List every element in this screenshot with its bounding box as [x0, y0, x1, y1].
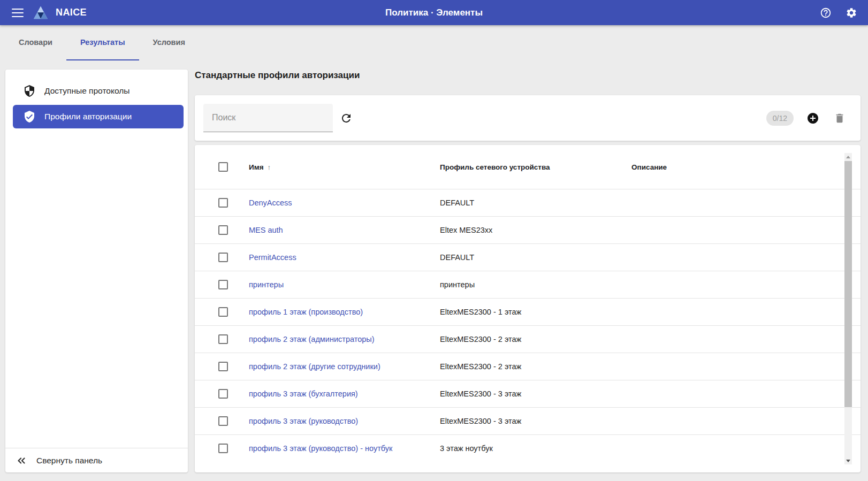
row-checkbox[interactable]	[218, 444, 228, 453]
table-row: профиль 3 этаж (бухгалтерия) EltexMES230…	[195, 380, 861, 407]
tab-usloviya[interactable]: Условия	[139, 25, 199, 60]
tabs-bar: Словари Результаты Условия	[0, 25, 868, 60]
row-name-link[interactable]: профиль 2 этаж (другие сотрудники)	[249, 362, 380, 371]
app-window: NAICE Политика · Элементы Словари Резуль…	[0, 0, 868, 481]
row-checkbox[interactable]	[218, 389, 228, 399]
refresh-icon[interactable]	[340, 112, 353, 125]
app-name: NAICE	[56, 7, 87, 18]
row-name-link[interactable]: профиль 3 этаж (руководство) - ноутбук	[249, 444, 392, 453]
sidebar-item-authorization-profiles[interactable]: Профили авторизации	[13, 105, 184, 128]
column-header-device-profile[interactable]: Профиль сетевого устройства	[440, 163, 631, 171]
tab-slovari[interactable]: Словари	[5, 25, 66, 60]
table-scrollbar[interactable]	[844, 153, 852, 464]
main-panel: Стандартные профили авторизации 0/12	[195, 70, 861, 472]
tab-rezultaty[interactable]: Результаты	[66, 25, 139, 60]
row-name-link[interactable]: принтеры	[249, 280, 284, 289]
sidebar: Доступные протоколы Профили авторизации …	[5, 70, 188, 472]
row-checkbox[interactable]	[218, 307, 228, 317]
sidebar-item-available-protocols[interactable]: Доступные протоколы	[13, 79, 184, 103]
row-checkbox[interactable]	[218, 334, 228, 344]
selection-count-badge: 0/12	[766, 111, 794, 126]
row-name-link[interactable]: профиль 1 этаж (производство)	[249, 308, 363, 316]
sort-ascending-icon[interactable]: ↑	[268, 163, 271, 171]
row-name-link[interactable]: профиль 3 этаж (руководство)	[249, 417, 358, 425]
table-row: профиль 1 этаж (производство) EltexMES23…	[195, 298, 861, 325]
sidebar-item-label: Доступные протоколы	[44, 86, 130, 96]
table-row: профиль 3 этаж (руководство) - ноутбук 3…	[195, 434, 861, 462]
row-device-profile: 3 этаж ноутбук	[440, 444, 631, 453]
add-circle-icon[interactable]	[806, 112, 819, 125]
row-checkbox[interactable]	[218, 253, 228, 262]
row-checkbox[interactable]	[218, 225, 228, 235]
app-bar-left: NAICE	[12, 6, 87, 20]
row-name-link[interactable]: профиль 2 этаж (администраторы)	[249, 335, 375, 343]
collapse-panel-label: Свернуть панель	[36, 456, 102, 465]
search-input[interactable]	[203, 104, 333, 132]
row-device-profile: EltexMES2300 - 3 этаж	[440, 417, 631, 425]
row-device-profile: принтеры	[440, 280, 631, 289]
row-checkbox[interactable]	[218, 198, 228, 208]
hamburger-menu-icon[interactable]	[12, 9, 24, 17]
table-row: DenyAccess DEFAULT	[195, 189, 861, 216]
page-title: Стандартные профили авторизации	[195, 70, 861, 81]
table-header-row: Имя ↑ Профиль сетевого устройства Описан…	[195, 145, 861, 189]
profiles-table: Имя ↑ Профиль сетевого устройства Описан…	[195, 145, 861, 472]
shield-icon	[23, 85, 36, 97]
table-row: профиль 2 этаж (другие сотрудники) Eltex…	[195, 353, 861, 380]
help-icon[interactable]	[820, 7, 832, 19]
double-chevron-left-icon	[16, 455, 27, 467]
scrollbar-thumb[interactable]	[844, 161, 852, 407]
settings-gear-icon[interactable]	[846, 7, 857, 19]
collapse-panel-button[interactable]: Свернуть панель	[5, 448, 188, 472]
row-device-profile: EltexMES2300 - 3 этаж	[440, 390, 631, 398]
trash-icon[interactable]	[834, 112, 846, 124]
table-row: принтеры принтеры	[195, 271, 861, 298]
row-device-profile: DEFAULT	[440, 198, 631, 207]
select-all-checkbox[interactable]	[218, 162, 228, 172]
row-device-profile: EltexMES2300 - 2 этаж	[440, 362, 631, 371]
row-name-link[interactable]: MES auth	[249, 226, 283, 234]
scrollbar-up-arrow-icon[interactable]	[844, 153, 852, 161]
row-name-link[interactable]: DenyAccess	[249, 198, 292, 207]
table-row: профиль 2 этаж (администраторы) EltexMES…	[195, 325, 861, 353]
column-header-description[interactable]: Описание	[631, 163, 831, 171]
shield-check-icon	[23, 110, 36, 123]
sidebar-item-label: Профили авторизации	[44, 112, 132, 121]
toolbar: 0/12	[195, 95, 861, 141]
row-checkbox[interactable]	[218, 416, 228, 426]
row-device-profile: EltexMES2300 - 2 этаж	[440, 335, 631, 343]
row-name-link[interactable]: PermitAccess	[249, 253, 296, 262]
row-device-profile: DEFAULT	[440, 253, 631, 262]
column-header-name[interactable]: Имя	[249, 163, 264, 171]
table-row: MES auth Eltex MES23xx	[195, 216, 861, 243]
row-name-link[interactable]: профиль 3 этаж (бухгалтерия)	[249, 390, 358, 398]
page-breadcrumb-title: Политика · Элементы	[385, 7, 483, 18]
app-bar: NAICE Политика · Элементы	[0, 0, 868, 25]
sidebar-nav: Доступные протоколы Профили авторизации	[5, 70, 188, 128]
table-row: профиль 3 этаж (руководство) EltexMES230…	[195, 407, 861, 434]
row-device-profile: EltexMES2300 - 1 этаж	[440, 308, 631, 316]
content-area: Доступные протоколы Профили авторизации …	[0, 60, 868, 481]
table-row: PermitAccess DEFAULT	[195, 243, 861, 271]
row-checkbox[interactable]	[218, 362, 228, 371]
row-device-profile: Eltex MES23xx	[440, 226, 631, 234]
scrollbar-down-arrow-icon[interactable]	[844, 457, 852, 464]
app-bar-right	[820, 7, 857, 19]
row-checkbox[interactable]	[218, 280, 228, 289]
naice-logo-icon	[33, 6, 48, 20]
table-body: DenyAccess DEFAULT MES auth Eltex MES23x…	[195, 189, 861, 462]
